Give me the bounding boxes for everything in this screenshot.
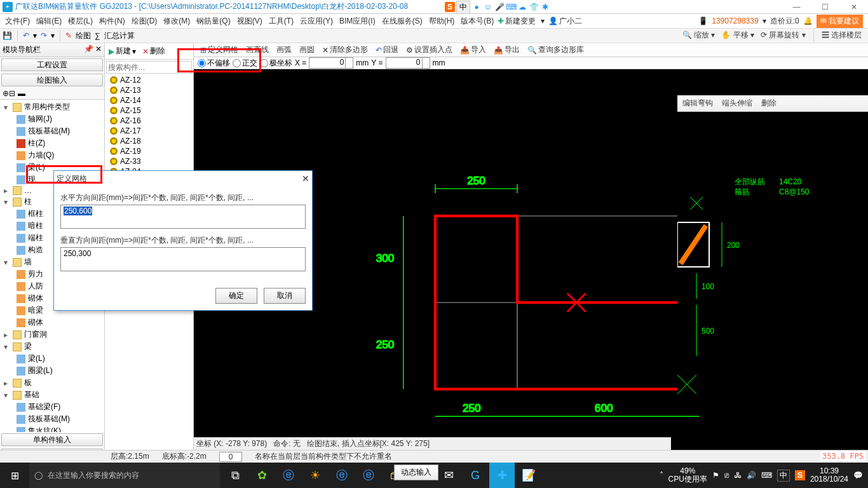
ime-lang[interactable]: 中	[456, 1, 470, 14]
new-change-label[interactable]: 新建变更	[505, 16, 536, 27]
ime-icon[interactable]: ✱	[540, 3, 550, 11]
v-spacing-input[interactable]: 250,300	[60, 247, 306, 271]
menu-file[interactable]: 文件(F)	[3, 15, 32, 28]
dynamic-input-button[interactable]: 动态输入	[394, 464, 438, 480]
delete-component-button[interactable]: ✕删除	[140, 44, 168, 58]
nav-pin-icon[interactable]: 📌 ✕	[84, 44, 102, 55]
tree-collapse-icon[interactable]: ▬	[18, 89, 25, 98]
menu-edit[interactable]: 编辑(E)	[34, 15, 64, 28]
taskview-icon[interactable]: ⧉	[222, 463, 248, 488]
import-button[interactable]: 📥 导入	[458, 43, 489, 57]
tray-up-icon[interactable]: ˄	[660, 471, 663, 480]
export-button[interactable]: 📤 导出	[491, 43, 522, 57]
start-button[interactable]: ⊞	[0, 463, 29, 488]
app-icon[interactable]: ☀	[302, 463, 328, 488]
pan-tool[interactable]: ✋ 平移 ▾	[721, 30, 754, 41]
select-floor[interactable]: ☰ 选择楼层	[822, 30, 862, 41]
draw-circle-button[interactable]: 画圆	[297, 43, 317, 57]
sum-calc[interactable]: 汇总计算	[104, 30, 135, 41]
taskbar-search[interactable]: ◯ 在这里输入你要搜索的内容	[29, 463, 220, 488]
tab-end-stretch[interactable]: 端头伸缩	[722, 98, 752, 109]
maximize-button[interactable]: ☐	[811, 0, 839, 14]
tab-delete[interactable]: 删除	[761, 98, 776, 109]
tray-icon[interactable]: ⎚	[724, 471, 729, 480]
new-change-icon[interactable]: ✚	[498, 17, 504, 25]
phone-number[interactable]: 13907298339	[712, 17, 758, 25]
redo-icon[interactable]: ↷	[41, 31, 47, 40]
tab-edit-hook[interactable]: 编辑弯钩	[682, 98, 713, 109]
y-input[interactable]: 0	[386, 57, 430, 69]
list-item[interactable]: AZ-19	[105, 146, 193, 156]
zoom-tool[interactable]: 🔍 缩放 ▾	[682, 30, 715, 41]
ie-icon[interactable]: ⓔ	[276, 463, 301, 488]
volume-icon[interactable]: 🔊	[747, 471, 756, 480]
save-icon[interactable]: 💾	[3, 31, 12, 40]
list-item[interactable]: AZ-18	[105, 136, 193, 146]
list-item[interactable]: AZ-33	[105, 156, 193, 166]
sogou-tray-icon[interactable]: S	[795, 470, 805, 480]
menu-rebar[interactable]: 钢筋量(Q)	[194, 15, 233, 28]
suggestion-button[interactable]: ✉ 我要建议	[817, 15, 863, 28]
h-spacing-input[interactable]: 250,600	[60, 205, 306, 229]
app-icon[interactable]: ✿	[249, 463, 275, 488]
menu-tools[interactable]: 工具(T)	[266, 15, 296, 28]
dialog-ok-button[interactable]: 确定	[215, 288, 257, 304]
single-comp-button[interactable]: 单构件输入	[1, 433, 103, 446]
ime-icon[interactable]: 👕	[529, 3, 539, 11]
ime-toolbar[interactable]: S 中 ● ☺ 🎤 ⌨ ☁ 👕 ✱	[445, 0, 550, 14]
app-icon[interactable]: ✚	[489, 463, 515, 488]
ime-icon[interactable]: ⌨	[506, 3, 516, 11]
sigma-icon[interactable]: ∑	[95, 31, 100, 40]
polar-radio[interactable]: 极坐标	[260, 58, 292, 69]
ime-icon[interactable]: ☺	[483, 3, 493, 11]
clear-poly-button[interactable]: ✕ 清除多边形	[320, 43, 370, 57]
list-item[interactable]: AZ-13	[105, 85, 193, 95]
edge-icon[interactable]: ⓔ	[329, 463, 355, 488]
insert-point-button[interactable]: ⚙ 设置插入点	[403, 43, 455, 57]
undo-icon[interactable]: ↶	[23, 31, 29, 40]
menu-component[interactable]: 构件(N)	[97, 15, 128, 28]
new-component-button[interactable]: ▶新建▾	[106, 44, 139, 58]
ime-icon[interactable]: ☁	[517, 3, 527, 11]
menu-help[interactable]: 帮助(H)	[426, 15, 458, 28]
menu-bim[interactable]: BIM应用(I)	[337, 15, 378, 28]
notification-icon[interactable]: 💬	[853, 471, 863, 480]
list-item[interactable]: AZ-14	[105, 95, 193, 105]
tray-icon[interactable]: ⌨	[761, 471, 772, 480]
list-item[interactable]: AZ-12	[105, 75, 193, 85]
mail-icon[interactable]: ✉	[436, 463, 461, 488]
tray-icon[interactable]: ⚑	[712, 471, 719, 480]
cortana-icon[interactable]: ◯	[34, 471, 43, 480]
undo-button[interactable]: ↶ 回退	[373, 43, 401, 57]
rotate-tool[interactable]: ⟳ 屏幕旋转 ▾	[761, 30, 806, 41]
dialog-close-icon[interactable]: ✕	[302, 173, 309, 184]
ime-icon[interactable]: ●	[471, 3, 482, 11]
menu-view[interactable]: 视图(V)	[234, 15, 265, 28]
menu-cloud[interactable]: 云应用(Y)	[297, 15, 336, 28]
app-icon[interactable]: 📝	[516, 463, 541, 488]
x-input[interactable]: 0	[309, 57, 353, 69]
ime-icon[interactable]: 🎤	[494, 3, 505, 11]
sogou-icon[interactable]: S	[445, 2, 455, 12]
list-item[interactable]: AZ-15	[105, 105, 193, 116]
draw-label[interactable]: 绘图	[76, 30, 91, 41]
minimize-button[interactable]: —	[782, 0, 811, 14]
network-icon[interactable]: 🖧	[734, 471, 742, 480]
query-poly-button[interactable]: 🔍 查询多边形库	[525, 43, 587, 57]
menu-online[interactable]: 在线服务(S)	[379, 15, 425, 28]
ie2-icon[interactable]: ⓔ	[356, 463, 381, 488]
close-button[interactable]: ✕	[839, 0, 868, 14]
draw-arc-button[interactable]: 画弧	[274, 43, 294, 57]
ime-indicator[interactable]: 中	[777, 470, 790, 482]
tree-expand-icon[interactable]: ⊕⊟	[3, 89, 15, 98]
bell-icon[interactable]: 🔔	[803, 17, 813, 25]
dialog-cancel-button[interactable]: 取消	[264, 288, 306, 304]
menu-draw[interactable]: 绘图(D)	[129, 15, 160, 28]
list-item[interactable]: AZ-17	[105, 126, 193, 136]
app-icon[interactable]: G	[463, 463, 488, 488]
user-label[interactable]: 广小二	[559, 16, 582, 27]
draw-input-button[interactable]: 绘图输入	[1, 74, 103, 86]
menu-floor[interactable]: 楼层(L)	[65, 15, 95, 28]
draw-icon[interactable]: ✎	[65, 31, 72, 40]
list-item[interactable]: AZ-16	[105, 116, 193, 126]
